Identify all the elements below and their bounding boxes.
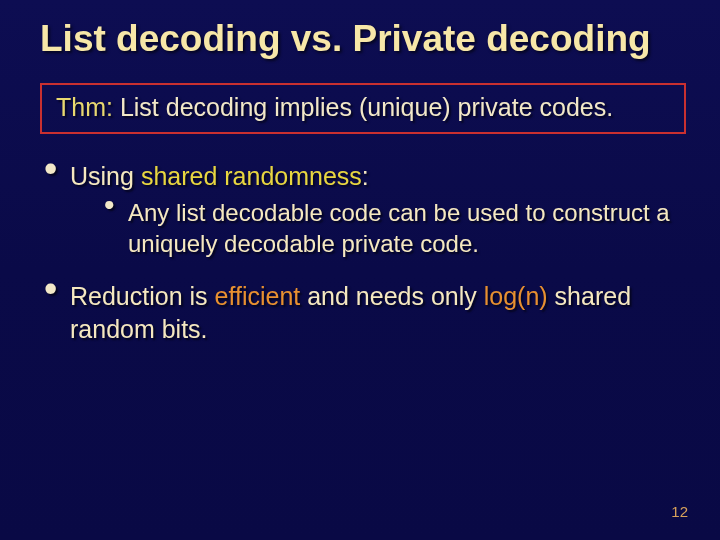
text-post: :: [362, 162, 369, 190]
sub-bullet-list: Any list decodable code can be used to c…: [70, 197, 690, 259]
text-highlight: shared randomness: [141, 162, 362, 190]
bullet-list: Using shared randomness: Any list decoda…: [40, 160, 690, 348]
page-number: 12: [671, 503, 688, 520]
sub-bullet-construct: Any list decodable code can be used to c…: [70, 197, 690, 259]
slide-title: List decoding vs. Private decoding: [40, 18, 690, 61]
bullet-shared-randomness: Using shared randomness: Any list decoda…: [40, 160, 690, 260]
text-efficient: efficient: [215, 282, 301, 310]
text-pre: Reduction is: [70, 282, 215, 310]
text-logn: log(n): [484, 282, 548, 310]
bullet-reduction: Reduction is efficient and needs only lo…: [40, 280, 690, 348]
theorem-box: Thm: List decoding implies (unique) priv…: [40, 83, 686, 134]
text-mid: and needs only: [300, 282, 483, 310]
slide: List decoding vs. Private decoding Thm: …: [0, 0, 720, 540]
theorem-label: Thm:: [56, 93, 113, 121]
theorem-text: List decoding implies (unique) private c…: [113, 93, 613, 121]
